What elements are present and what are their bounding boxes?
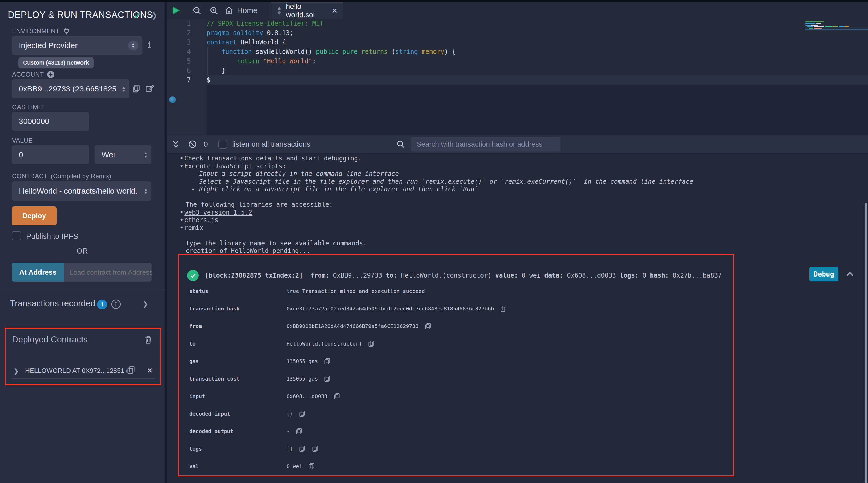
zoom-out-icon[interactable] xyxy=(193,6,202,15)
minimap-line xyxy=(805,25,811,26)
tx-success-check-icon[interactable] xyxy=(187,270,199,281)
terminal-line xyxy=(166,232,868,240)
clear-console-icon[interactable] xyxy=(188,140,197,149)
copy-account-icon[interactable] xyxy=(132,84,141,93)
environment-select[interactable]: Injected Provider ▲▼ xyxy=(12,36,142,55)
transactions-recorded-label: Transactions recorded xyxy=(10,299,95,308)
publish-ipfs-checkbox[interactable] xyxy=(12,231,21,240)
contract-select[interactable]: HelloWorld - contracts/hello world.sol ▲… xyxy=(12,181,151,201)
tab-hello-world-sol[interactable]: hello world.sol ✕ xyxy=(271,2,343,19)
tx-row-gas: gas 135055 gas xyxy=(179,356,732,366)
listen-all-transactions-checkbox[interactable] xyxy=(218,140,227,149)
publish-ipfs-label: Publish to IPFS xyxy=(26,232,78,241)
code-editor[interactable]: 1 // SPDX-License-Identifier: MIT 2 prag… xyxy=(166,19,868,135)
debug-button[interactable]: Debug xyxy=(809,267,838,282)
tx-row-hash: transaction hash 0xce3fe73a72af027ed842a… xyxy=(179,304,732,314)
at-address-button[interactable]: At Address xyxy=(12,263,64,282)
transactions-expand-chevron-icon[interactable]: ❯ xyxy=(143,300,148,308)
account-label: ACCOUNT xyxy=(12,70,55,78)
code-line-current: 7 $ xyxy=(166,75,868,85)
minimap-line xyxy=(814,26,824,27)
deploy-run-panel: DEPLOY & RUN TRANSACTIONS ✓ ❯ ENVIRONMEN… xyxy=(0,2,164,483)
code-line: 1 // SPDX-License-Identifier: MIT xyxy=(166,19,868,28)
contract-sublabel: (Compiled by Remix) xyxy=(51,172,112,180)
run-script-icon[interactable] xyxy=(171,6,181,15)
copy-deployed-icon[interactable] xyxy=(126,365,136,375)
terminal-line: remix xyxy=(166,224,868,232)
panel-title: DEPLOY & RUN TRANSACTIONS xyxy=(8,9,153,20)
copy-icon[interactable] xyxy=(323,358,331,365)
environment-info-icon[interactable]: i xyxy=(148,40,151,50)
terminal-line: - Input a script directly in the command… xyxy=(166,170,868,178)
copy-icon[interactable] xyxy=(424,322,432,330)
collapse-terminal-icon[interactable] xyxy=(171,140,180,149)
tx-row-cost: transaction cost 135055 gas xyxy=(179,373,732,384)
terminal-search-input[interactable] xyxy=(411,137,560,151)
value-unit: Wei xyxy=(95,150,115,159)
add-account-icon[interactable] xyxy=(47,70,55,78)
copy-icon[interactable] xyxy=(323,375,331,382)
tx-row-decoded-output: decoded output - xyxy=(179,426,732,436)
contract-select-arrows-icon[interactable]: ▲▼ xyxy=(144,188,151,195)
panel-chevron-right-icon[interactable]: ❯ xyxy=(151,11,157,20)
indent-guide xyxy=(225,56,225,66)
minimap-line xyxy=(805,22,824,23)
tx-summary-line[interactable]: [block:23082875 txIndex:2] from: 0xBB9..… xyxy=(205,272,722,279)
terminal-line: The following libraries are accessible: xyxy=(166,201,868,209)
terminal-line xyxy=(166,193,868,201)
tx-row-status: status true Transaction mined and execut… xyxy=(179,286,732,296)
web3-link[interactable]: web3 version 1.5.2 xyxy=(184,209,252,216)
listen-all-transactions-label: listen on all transactions xyxy=(232,140,310,148)
terminal-line: - Select a Javascript file in the file e… xyxy=(166,178,868,186)
copy-icon[interactable] xyxy=(299,410,306,418)
editor-minimap[interactable] xyxy=(805,21,868,50)
transactions-info-icon[interactable] xyxy=(111,299,121,309)
terminal-scrollbar[interactable] xyxy=(865,203,867,483)
value-unit-select[interactable]: Wei ▲▼ xyxy=(95,145,151,164)
value-unit-arrows-icon[interactable]: ▲▼ xyxy=(144,151,151,158)
sidebar-divider xyxy=(0,290,164,290)
account-select-arrows-icon[interactable]: ▲▼ xyxy=(122,85,129,92)
environment-select-arrows-icon[interactable]: ▲▼ xyxy=(128,40,138,51)
terminal-line: Type the library name to see available c… xyxy=(166,240,868,248)
copy-icon[interactable] xyxy=(312,445,319,452)
tx-row-input: input 0x608...d0033 xyxy=(179,391,732,401)
account-select[interactable]: 0xBB9...29733 (23.6651825 ▲▼ xyxy=(12,80,129,98)
minimap-line xyxy=(807,26,813,27)
remove-deployed-icon[interactable]: ✕ xyxy=(147,366,153,375)
gas-limit-input[interactable] xyxy=(12,112,89,131)
deploy-button[interactable]: Deploy xyxy=(12,206,57,225)
copy-icon[interactable] xyxy=(500,305,507,312)
tab-home[interactable]: Home xyxy=(224,2,257,19)
transaction-result-block: [block:23082875 txIndex:2] from: 0xBB9..… xyxy=(178,254,734,477)
copy-icon[interactable] xyxy=(299,445,306,452)
tx-row-decoded-input: decoded input {} xyxy=(179,408,732,419)
trash-icon[interactable] xyxy=(144,335,153,344)
close-tab-icon[interactable]: ✕ xyxy=(332,7,337,15)
copy-icon[interactable] xyxy=(368,340,375,347)
gutter-breakpoint-dot[interactable] xyxy=(169,96,176,103)
copy-icon[interactable] xyxy=(333,393,341,400)
zoom-in-icon[interactable] xyxy=(210,6,219,15)
deployed-item-expand-icon[interactable]: ❯ xyxy=(13,367,19,375)
ethers-link[interactable]: ethers.js xyxy=(184,217,218,224)
edit-account-icon[interactable] xyxy=(145,84,154,93)
at-address-input[interactable] xyxy=(64,263,152,282)
collapse-tx-chevron-icon[interactable] xyxy=(844,269,855,280)
minimap-line xyxy=(811,25,818,26)
value-input[interactable] xyxy=(12,145,89,164)
minimap-current-line xyxy=(805,29,868,30)
value-label: VALUE xyxy=(12,137,33,144)
copy-icon[interactable] xyxy=(308,463,315,470)
indent-guide xyxy=(207,47,208,75)
contract-value: HelloWorld - contracts/hello world.sol xyxy=(12,187,137,196)
terminal-line: ethers.js xyxy=(166,217,868,224)
minimap-line xyxy=(839,26,844,27)
transactions-count-badge: 1 xyxy=(97,300,107,309)
copy-icon[interactable] xyxy=(295,428,303,435)
tx-row-val: val 0 wei xyxy=(179,461,732,472)
deployed-contracts-highlight: Deployed Contracts ❯ HELLOWORLD AT 0X972… xyxy=(5,328,161,385)
deployed-contract-item[interactable]: HELLOWORLD AT 0X972...12851 ( xyxy=(25,367,127,374)
tx-row-to: to HelloWorld.(constructor) xyxy=(179,338,732,349)
window-top-strip xyxy=(0,0,868,2)
